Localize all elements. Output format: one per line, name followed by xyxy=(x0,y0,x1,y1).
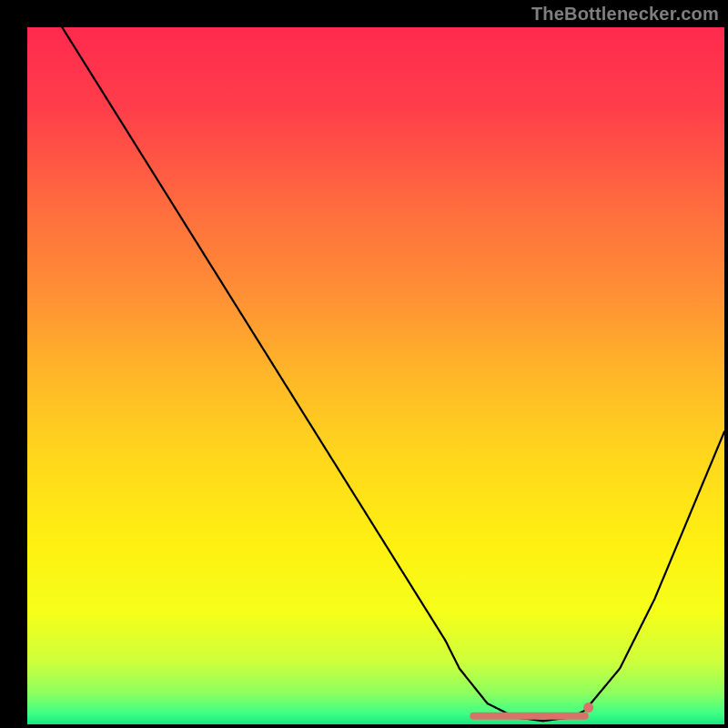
chart-container: TheBottlenecker.com xyxy=(0,0,728,728)
gradient-background xyxy=(27,27,724,724)
bottleneck-chart xyxy=(0,0,728,728)
optimal-point-marker xyxy=(583,703,593,713)
